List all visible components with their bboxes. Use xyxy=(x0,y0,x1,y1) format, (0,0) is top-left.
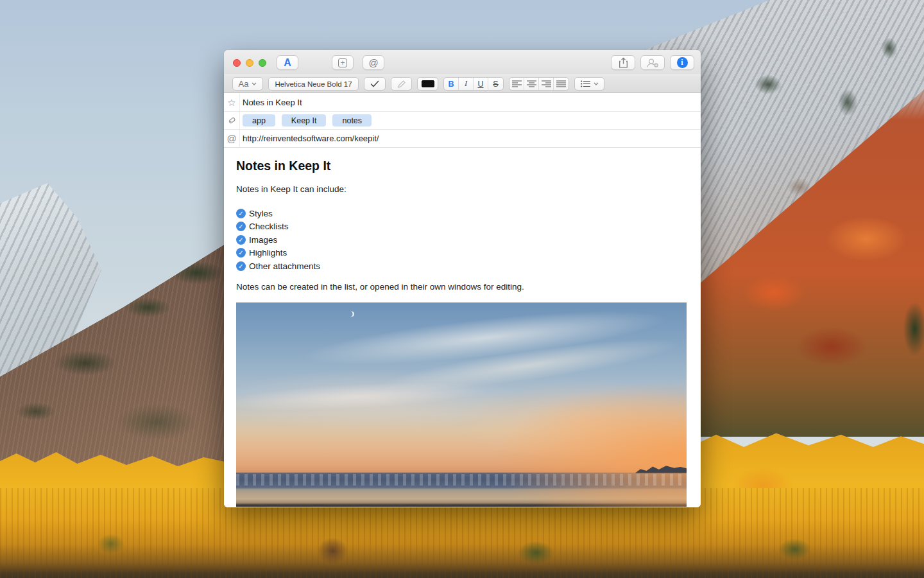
align-center-button[interactable] xyxy=(524,78,539,90)
cloud-streak xyxy=(236,374,552,416)
align-justify-button[interactable] xyxy=(554,78,569,90)
format-panel-button[interactable]: A xyxy=(277,55,298,70)
checklist-item-label: Images xyxy=(249,235,277,245)
bold-button[interactable]: B xyxy=(444,78,459,90)
headland-silhouette xyxy=(635,463,687,473)
align-left-button[interactable] xyxy=(509,78,524,90)
tags-row[interactable]: app Keep It notes xyxy=(224,112,701,130)
checkbox-checked-icon[interactable]: ✓ xyxy=(236,248,246,258)
checklist-item-label: Checklists xyxy=(249,222,289,231)
info-button[interactable]: i xyxy=(670,55,694,70)
zoom-button[interactable] xyxy=(259,59,266,67)
italic-button[interactable]: I xyxy=(459,78,474,90)
format-a-label: A xyxy=(284,57,291,69)
underline-button[interactable]: U xyxy=(474,78,488,90)
text-style-label: Aa xyxy=(239,79,249,89)
list-style-dropdown[interactable] xyxy=(574,77,604,91)
font-name-button[interactable]: Helvetica Neue Bold 17 xyxy=(268,77,359,91)
format-toolbar[interactable]: Aa Helvetica Neue Bold 17 B I U S xyxy=(224,75,701,93)
new-item-button[interactable]: + xyxy=(332,55,354,70)
strikethrough-button[interactable]: S xyxy=(488,78,503,90)
checklist-toggle-button[interactable] xyxy=(364,77,386,91)
note-intro: Notes in Keep It can include: xyxy=(236,184,689,195)
checklist-item-label: Styles xyxy=(249,209,273,218)
title-row[interactable]: ☆ Notes in Keep It xyxy=(224,94,701,112)
note-title-field[interactable]: Notes in Keep It xyxy=(240,98,302,107)
note-heading: Notes in Keep It xyxy=(236,148,689,173)
at-icon: @ xyxy=(368,57,378,68)
checklist-item-label: Highlights xyxy=(249,248,287,258)
text-style-dropdown[interactable]: Aa xyxy=(232,77,263,91)
checklist-item: ✓ Highlights xyxy=(236,247,689,260)
align-left-icon xyxy=(512,80,522,87)
checkbox-checked-icon[interactable]: ✓ xyxy=(236,209,246,218)
tag-pill[interactable]: app xyxy=(243,114,275,127)
checklist-item: ✓ Other attachments xyxy=(236,259,689,273)
person-add-icon xyxy=(646,58,659,68)
checklist-item-label: Other attachments xyxy=(249,261,320,271)
align-right-icon xyxy=(542,80,551,87)
chevron-down-icon xyxy=(594,82,599,85)
checklist: ✓ Styles ✓ Checklists ✓ Images ✓ Highlig… xyxy=(236,207,689,273)
checklist-item: ✓ Styles xyxy=(236,207,689,220)
share-icon xyxy=(619,57,628,68)
at-icon: @ xyxy=(224,130,240,147)
note-footer-text: Notes can be created in the list, or ope… xyxy=(236,282,689,292)
tag-pill[interactable]: Keep It xyxy=(282,114,327,127)
chevron-down-icon xyxy=(252,82,257,85)
bullet-list-icon xyxy=(581,80,590,87)
align-center-icon xyxy=(527,80,536,87)
text-style-segment[interactable]: B I U S xyxy=(443,77,504,91)
sea-glints xyxy=(236,474,687,486)
pen-icon xyxy=(397,80,406,89)
add-link-button[interactable]: @ xyxy=(363,55,384,70)
note-editor[interactable]: Notes in Keep It Notes in Keep It can in… xyxy=(224,148,701,507)
share-button[interactable] xyxy=(611,55,635,70)
highlight-pen-button[interactable] xyxy=(391,77,412,91)
align-right-button[interactable] xyxy=(539,78,554,90)
beach-sunset-photo[interactable] xyxy=(236,302,687,507)
note-fields: ☆ Notes in Keep It app Keep It notes @ h… xyxy=(224,94,701,148)
url-row[interactable]: @ http://reinventedsoftware.com/keepit/ xyxy=(224,130,701,148)
font-name-label: Helvetica Neue Bold 17 xyxy=(275,80,352,88)
cloud-streak xyxy=(326,323,687,408)
checklist-item: ✓ Checklists xyxy=(236,220,689,234)
alignment-segment[interactable] xyxy=(509,77,569,91)
checkbox-checked-icon[interactable]: ✓ xyxy=(236,222,246,231)
note-url-field[interactable]: http://reinventedsoftware.com/keepit/ xyxy=(240,134,379,143)
cloud-streak xyxy=(236,302,687,384)
checkbox-checked-icon[interactable]: ✓ xyxy=(236,235,246,245)
new-item-icon: + xyxy=(338,58,347,67)
keep-it-note-window: A + @ xyxy=(224,50,701,507)
text-color-well[interactable] xyxy=(417,77,438,91)
checkmark-icon xyxy=(370,80,379,87)
tag-icon xyxy=(224,112,240,129)
star-icon[interactable]: ☆ xyxy=(224,94,240,111)
close-button[interactable] xyxy=(233,59,241,67)
minimize-button[interactable] xyxy=(246,59,253,67)
tag-pill[interactable]: notes xyxy=(332,114,372,127)
checklist-item: ✓ Images xyxy=(236,233,689,247)
color-swatch-black xyxy=(422,80,434,87)
info-icon: i xyxy=(677,57,688,68)
tag-list: app Keep It notes xyxy=(240,114,372,127)
add-people-button[interactable] xyxy=(640,55,665,70)
align-justify-icon xyxy=(556,80,566,87)
window-titlebar[interactable]: A + @ xyxy=(224,50,701,74)
checkbox-checked-icon[interactable]: ✓ xyxy=(236,261,246,271)
crescent-moon xyxy=(349,311,354,317)
